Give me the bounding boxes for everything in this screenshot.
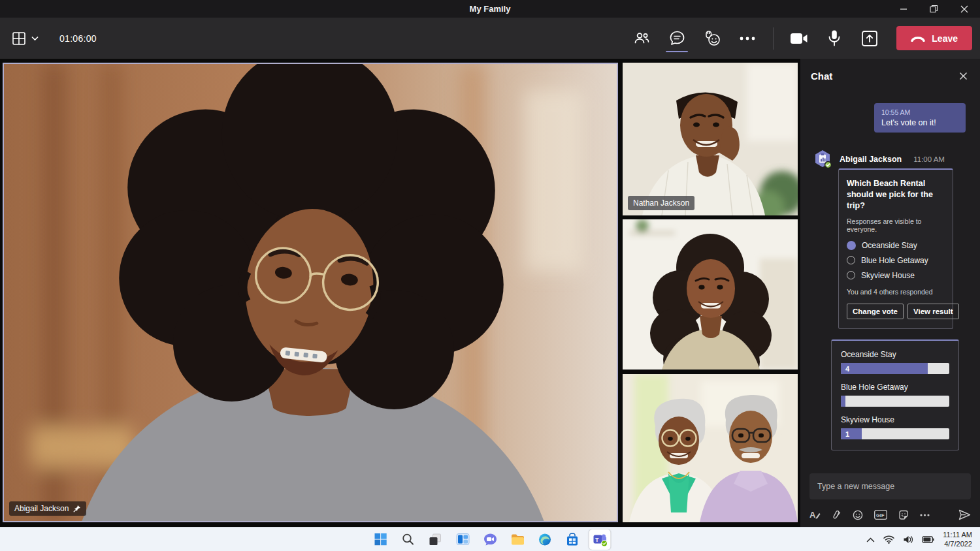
more-options-button[interactable]: [732, 24, 762, 54]
widgets-button[interactable]: [452, 529, 474, 550]
radio-unselected-icon[interactable]: [847, 271, 855, 279]
message-timestamp: 10:55 AM: [881, 108, 958, 116]
poll-option-bluehole[interactable]: Blue Hole Getaway: [847, 256, 945, 265]
teams-app-button[interactable]: T: [589, 529, 611, 550]
participant-name: Nathan Jackson: [633, 198, 689, 208]
chat-panel: Chat 10:55 AM Let's vote on it!: [800, 59, 980, 527]
poll-visibility-note: Responses are visible to everyone.: [847, 217, 945, 233]
svg-text:T: T: [595, 536, 599, 543]
svg-text:A: A: [809, 510, 816, 520]
poll-option-label: Oceanside Stay: [862, 241, 917, 250]
battery-icon[interactable]: [922, 536, 934, 543]
gallery-view-button[interactable]: [9, 24, 41, 54]
participants-button[interactable]: [627, 24, 657, 54]
forms-app-avatar: [812, 149, 833, 170]
message-input[interactable]: [809, 473, 971, 499]
restore-button[interactable]: [930, 5, 938, 13]
poll-option-skyview[interactable]: Skyview House: [847, 271, 945, 280]
main-video-tile[interactable]: Abigail Jackson: [3, 63, 618, 522]
poll-message-header: Abigail Jackson 11:00 AM: [812, 149, 945, 170]
result-label: Oceanside Stay: [841, 350, 949, 359]
hidden-icons-chevron[interactable]: [866, 537, 875, 543]
poll-responded-note: You and 4 others responded: [847, 288, 945, 296]
send-button[interactable]: [958, 509, 971, 520]
microsoft-store-icon: [566, 533, 580, 546]
search-button[interactable]: [397, 529, 419, 550]
microsoft-store-button[interactable]: [562, 529, 583, 550]
poll-sender-name: Abigail Jackson: [840, 155, 902, 164]
start-button[interactable]: [370, 529, 391, 550]
wifi-icon[interactable]: [883, 535, 894, 544]
chevron-down-icon: [31, 36, 39, 41]
more-icon: [740, 37, 755, 40]
result-row-bluehole: Blue Hole Getaway: [841, 383, 949, 407]
poll-results-card: Oceanside Stay 4 Blue Hole Getaway Skyvi…: [831, 339, 959, 450]
participant-video-tile[interactable]: Nathan Jackson: [623, 63, 798, 215]
file-explorer-button[interactable]: [507, 529, 529, 550]
emoji-button[interactable]: [853, 510, 863, 520]
pin-icon: [73, 505, 81, 512]
widgets-icon: [455, 533, 470, 546]
chat-button[interactable]: [662, 24, 692, 54]
camera-button[interactable]: [784, 24, 814, 54]
hangup-icon: [911, 35, 925, 42]
change-vote-button[interactable]: Change vote: [847, 304, 904, 319]
chat-app-button[interactable]: [480, 529, 501, 550]
result-bar-track: 1: [841, 428, 949, 439]
result-row-skyview: Skyview House 1: [841, 415, 949, 439]
tray-time: 11:11 AM: [943, 531, 972, 540]
svg-text:GIF: GIF: [876, 512, 885, 518]
chat-panel-title: Chat: [811, 71, 832, 82]
poll-card: Which Beach Rental should we pick for th…: [838, 168, 953, 329]
close-button[interactable]: [960, 5, 968, 13]
compose-toolbar: A GIF: [809, 509, 971, 520]
poll-option-label: Skyview House: [861, 271, 915, 280]
windows-start-icon: [373, 532, 387, 546]
share-screen-button[interactable]: [855, 24, 885, 54]
reactions-button[interactable]: [697, 24, 727, 54]
edge-icon: [538, 533, 552, 546]
task-view-button[interactable]: [425, 529, 446, 550]
windows-taskbar: T 11:11 A: [0, 527, 980, 551]
result-bar-fill: [841, 396, 845, 407]
sticker-button[interactable]: [898, 510, 909, 520]
teams-icon: T: [592, 532, 608, 547]
result-label: Blue Hole Getaway: [841, 383, 949, 392]
meeting-timer: 01:06:00: [59, 33, 97, 44]
teams-meeting-window: My Family: [0, 0, 980, 551]
leave-label: Leave: [932, 33, 958, 44]
chat-close-button[interactable]: [956, 69, 970, 82]
participant-video-tile[interactable]: [623, 374, 798, 522]
result-row-oceanside: Oceanside Stay 4: [841, 350, 949, 374]
gif-button[interactable]: GIF: [874, 510, 887, 520]
grid-view-icon: [12, 31, 26, 46]
compose-more-button[interactable]: [920, 514, 930, 516]
poll-question: Which Beach Rental should we pick for th…: [847, 178, 945, 212]
result-bar-fill: 4: [841, 363, 928, 374]
volume-icon[interactable]: [903, 535, 913, 544]
leave-button[interactable]: Leave: [896, 26, 972, 50]
search-icon: [401, 533, 414, 546]
participant-video-couple: [623, 374, 798, 522]
clock[interactable]: 11:11 AM 4/7/2022: [943, 531, 972, 549]
title-bar: My Family: [0, 0, 980, 18]
main-participant-name: Abigail Jackson: [14, 504, 69, 513]
outgoing-message-bubble[interactable]: 10:55 AM Let's vote on it!: [874, 103, 966, 133]
edge-button[interactable]: [534, 529, 556, 550]
poll-option-label: Blue Hole Getaway: [861, 256, 928, 265]
microphone-button[interactable]: [819, 24, 849, 54]
view-result-button[interactable]: View result: [907, 304, 959, 319]
format-button[interactable]: A: [809, 510, 821, 520]
microphone-icon: [828, 29, 841, 47]
chat-icon: [668, 29, 686, 47]
result-bar-track: [841, 396, 949, 407]
result-label: Skyview House: [841, 415, 949, 424]
tray-date: 4/7/2022: [943, 540, 972, 549]
participant-name-tag: Nathan Jackson: [628, 196, 694, 210]
radio-selected-icon[interactable]: [847, 241, 856, 250]
radio-unselected-icon[interactable]: [847, 256, 855, 264]
participant-video-tile[interactable]: [623, 219, 798, 370]
poll-option-oceanside[interactable]: Oceanside Stay: [847, 241, 945, 250]
minimize-button[interactable]: [900, 5, 907, 13]
attach-button[interactable]: [832, 510, 841, 520]
